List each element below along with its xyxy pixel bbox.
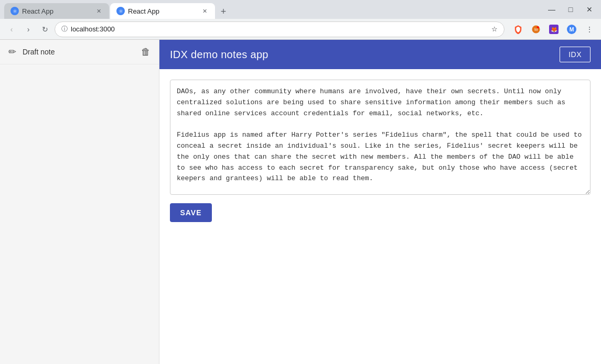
- security-icon: ⓘ: [61, 25, 68, 34]
- svg-text:M: M: [570, 26, 574, 32]
- fox-icon[interactable]: 🦊: [546, 22, 561, 37]
- browser-chrome: ⚛ React App ✕ ⚛ React App ✕ + — □ ✕ ‹ › …: [0, 0, 601, 40]
- browser-tab-2[interactable]: ⚛ React App ✕: [110, 3, 215, 19]
- edit-icon: ✏: [8, 46, 16, 58]
- forward-button[interactable]: ›: [21, 22, 36, 37]
- main-panel: IDX demo notes app IDX DAOs, as any othe…: [159, 40, 601, 364]
- nav-extensions: M 🦊 M ⋮: [507, 22, 597, 37]
- window-controls: — □ ✕: [544, 2, 597, 17]
- idx-button[interactable]: IDX: [560, 47, 591, 62]
- browser-menu-icon[interactable]: ⋮: [582, 22, 597, 37]
- maximize-button[interactable]: □: [563, 2, 578, 17]
- tab-1-label: React App: [22, 7, 53, 15]
- app-title: IDX demo notes app: [170, 49, 269, 61]
- address-bar[interactable]: ⓘ localhost:3000 ☆: [55, 21, 505, 37]
- tab-1-close[interactable]: ✕: [94, 7, 103, 15]
- address-text: localhost:3000: [71, 25, 488, 33]
- minimize-button[interactable]: —: [544, 2, 559, 17]
- svg-point-2: [537, 26, 540, 29]
- close-button[interactable]: ✕: [582, 2, 597, 17]
- m-icon[interactable]: M: [564, 22, 579, 37]
- nav-bar: ‹ › ↻ ⓘ localhost:3000 ☆ M: [0, 19, 601, 40]
- note-editor: DAOs, as any other community where human…: [159, 69, 601, 364]
- sidebar-item-draft-note[interactable]: ✏ Draft note 🗑: [0, 40, 159, 64]
- back-button[interactable]: ‹: [4, 22, 19, 37]
- brave-shield-icon[interactable]: [511, 22, 525, 37]
- sidebar: ✏ Draft note 🗑: [0, 40, 159, 364]
- svg-text:🦊: 🦊: [551, 26, 558, 32]
- reload-button[interactable]: ↻: [38, 22, 52, 37]
- browser-tab-1[interactable]: ⚛ React App ✕: [4, 3, 109, 19]
- tab-2-label: React App: [128, 7, 159, 15]
- tab-1-icon: ⚛: [10, 7, 19, 15]
- app-header: IDX demo notes app IDX: [159, 40, 601, 69]
- browser-content: ✏ Draft note 🗑 IDX demo notes app IDX DA…: [0, 40, 601, 364]
- save-button[interactable]: SAVE: [170, 203, 212, 222]
- note-textarea[interactable]: DAOs, as any other community where human…: [170, 80, 591, 195]
- title-bar: ⚛ React App ✕ ⚛ React App ✕ + — □ ✕: [0, 0, 601, 19]
- sidebar-item-label: Draft note: [23, 48, 135, 56]
- bookmark-icon[interactable]: ☆: [491, 25, 498, 33]
- tabs-container: ⚛ React App ✕ ⚛ React App ✕ +: [4, 0, 231, 19]
- new-tab-button[interactable]: +: [216, 4, 231, 19]
- metamask-icon[interactable]: M: [529, 22, 543, 37]
- delete-icon[interactable]: 🗑: [141, 47, 151, 58]
- tab-2-icon: ⚛: [116, 7, 125, 15]
- tab-2-close[interactable]: ✕: [200, 7, 209, 15]
